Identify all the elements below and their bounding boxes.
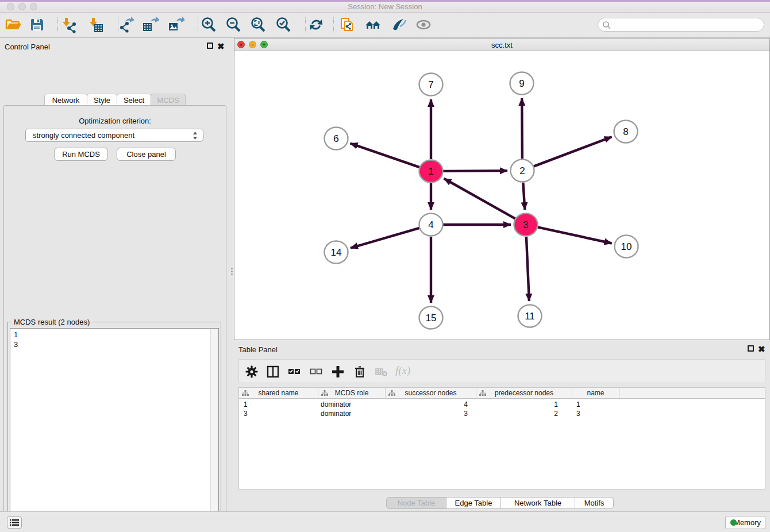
graph-edge-1-6[interactable] — [351, 143, 420, 167]
table-cell[interactable]: 1 — [572, 400, 619, 409]
tab-select[interactable]: Select — [117, 94, 151, 106]
graph-edge-2-3[interactable] — [523, 183, 525, 210]
mcds-result-box: MCDS result (2 nodes) 1 3 — [7, 322, 221, 532]
tab-mcds[interactable]: MCDS — [151, 94, 186, 106]
graph-node-1[interactable]: 1 — [419, 160, 443, 183]
column-header-successor-nodes[interactable]: successor nodes — [386, 388, 476, 399]
zoom-selected-icon[interactable] — [275, 16, 292, 33]
graph-node-6[interactable]: 6 — [325, 128, 348, 150]
gear-icon[interactable] — [245, 365, 259, 379]
table-cell[interactable]: 3 — [239, 409, 318, 418]
float-table-panel-icon[interactable] — [748, 345, 754, 352]
export-image-icon[interactable] — [167, 16, 184, 33]
memory-label: Memory — [734, 518, 761, 527]
function-builder-icon[interactable]: f(x) — [395, 364, 410, 377]
toolbar-separator — [333, 17, 334, 33]
column-header-predecessor-nodes[interactable]: predecessor nodes — [476, 388, 572, 399]
save-session-icon[interactable] — [28, 16, 45, 33]
run-mcds-button[interactable]: Run MCDS — [54, 148, 108, 161]
hierarchy-icon — [479, 390, 486, 396]
columns-icon[interactable] — [266, 365, 280, 379]
graph-node-7[interactable]: 7 — [419, 74, 443, 96]
graph-node-8[interactable]: 8 — [614, 121, 638, 143]
close-panel-icon[interactable]: ✖ — [217, 43, 225, 49]
apply-layout-icon[interactable] — [307, 16, 325, 33]
optimization-criterion-label: Optimization criterion: — [0, 117, 230, 125]
svg-text:4: 4 — [428, 219, 433, 230]
clone-network-icon[interactable] — [339, 16, 356, 33]
import-network-icon[interactable] — [60, 16, 77, 33]
table-cell[interactable]: dominator — [318, 409, 386, 418]
graph-node-9[interactable]: 9 — [510, 72, 534, 95]
tab-motifs[interactable]: Motifs — [575, 497, 614, 509]
graph-edge-4-14[interactable] — [351, 228, 419, 248]
graph-edge-3-11[interactable] — [526, 237, 529, 301]
graph-edge-3-1[interactable] — [444, 179, 515, 219]
graph-edge-2-9[interactable] — [522, 98, 522, 159]
import-table-icon[interactable] — [87, 16, 104, 33]
zoom-out-icon[interactable] — [225, 16, 242, 33]
graph-node-4[interactable]: 4 — [419, 214, 443, 236]
graph-node-14[interactable]: 14 — [325, 241, 348, 264]
column-header-MCDS-role[interactable]: MCDS role — [318, 388, 386, 399]
table-cell[interactable]: dominator — [318, 400, 386, 409]
table-cell[interactable]: 1 — [239, 400, 318, 409]
style-brush-icon[interactable] — [390, 16, 407, 33]
column-header-name[interactable]: name — [572, 388, 619, 399]
export-table-icon[interactable] — [142, 16, 159, 33]
float-panel-icon[interactable] — [207, 43, 213, 49]
tab-edge-table[interactable]: Edge Table — [446, 497, 501, 509]
table-panel: Table Panel ✖ f(x) shared nameMCDS roles… — [234, 341, 770, 511]
open-file-icon[interactable] — [5, 16, 22, 33]
memory-button[interactable]: Memory — [725, 516, 765, 529]
select-all-icon[interactable] — [287, 365, 301, 379]
zoom-in-icon[interactable] — [200, 16, 217, 33]
graph-node-2[interactable]: 2 — [511, 160, 534, 182]
delete-table-icon[interactable] — [375, 365, 388, 379]
export-network-icon[interactable] — [117, 16, 134, 33]
graph-node-11[interactable]: 11 — [518, 305, 542, 327]
first-neighbors-icon[interactable] — [364, 16, 382, 33]
table-cell[interactable]: 3 — [572, 409, 619, 418]
table-cell[interactable]: 4 — [386, 400, 476, 409]
close-panel-button[interactable]: Close panel — [117, 148, 176, 161]
table-cell[interactable]: 3 — [386, 409, 476, 418]
tab-network[interactable]: Network — [44, 94, 87, 106]
tab-style[interactable]: Style — [87, 94, 117, 106]
zoom-fit-icon[interactable] — [249, 16, 267, 33]
task-history-button[interactable] — [7, 516, 22, 529]
search-input[interactable] — [598, 18, 764, 32]
mcds-result-list[interactable]: 1 3 — [10, 328, 219, 532]
add-column-icon[interactable] — [331, 365, 345, 379]
column-header-shared-name[interactable]: shared name — [239, 388, 318, 399]
tab-network-table[interactable]: Network Table — [501, 497, 575, 509]
toolbar-separator — [305, 17, 306, 33]
table-cell[interactable]: 1 — [476, 400, 572, 409]
graph-node-15[interactable]: 15 — [419, 307, 443, 329]
hierarchy-icon — [321, 390, 328, 396]
graph-node-3[interactable]: 3 — [514, 214, 538, 236]
unselect-all-icon[interactable] — [309, 365, 323, 379]
graph-edge-1-2[interactable] — [443, 171, 507, 171]
table-panel-title: Table Panel — [238, 345, 278, 354]
result-scrollbar[interactable] — [210, 329, 218, 532]
graph-edge-2-8[interactable] — [534, 137, 612, 166]
window-title: Session: New Session — [0, 2, 770, 11]
vertical-splitter[interactable] — [230, 38, 234, 511]
hide-selected-icon[interactable] — [415, 16, 432, 33]
tab-node-table[interactable]: Node Table — [386, 497, 446, 509]
delete-column-icon[interactable] — [353, 365, 367, 379]
svg-text:15: 15 — [426, 313, 437, 323]
graph-node-10[interactable]: 10 — [615, 236, 638, 258]
table-cell[interactable]: 2 — [476, 409, 572, 418]
svg-text:8: 8 — [623, 126, 628, 137]
chevron-up-down-icon — [192, 131, 198, 144]
close-table-panel-icon[interactable]: ✖ — [758, 346, 765, 352]
optimization-criterion-select[interactable]: strongly connected component — [25, 129, 203, 142]
network-window-title: scc.txt — [234, 41, 769, 49]
graph-edge-3-10[interactable] — [538, 227, 612, 243]
memory-status-icon — [730, 519, 737, 526]
network-canvas[interactable]: 1234678910111415 — [234, 51, 769, 340]
svg-text:11: 11 — [525, 311, 535, 322]
network-window-titlebar[interactable]: × − + scc.txt — [234, 38, 769, 51]
